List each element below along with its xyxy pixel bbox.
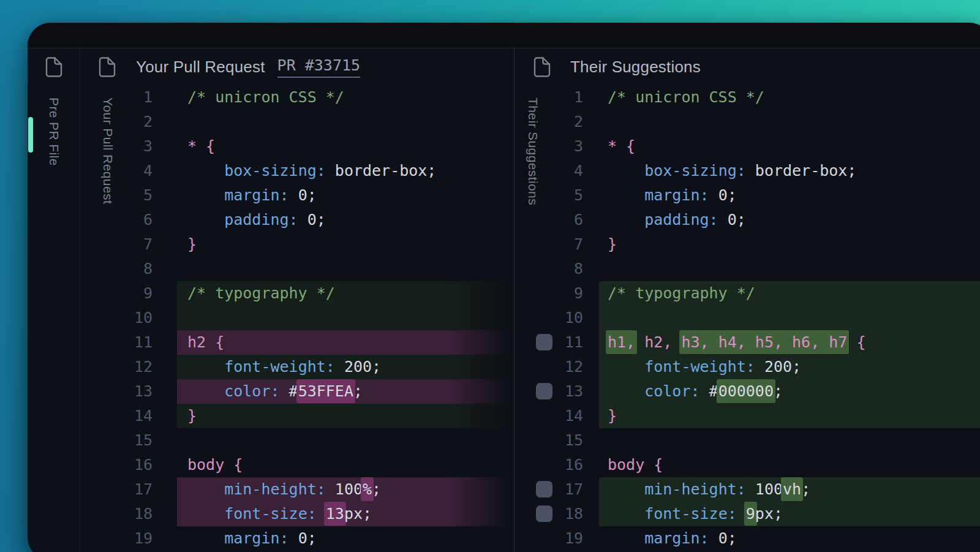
code-token: border-box; bbox=[335, 162, 437, 180]
panel-title: Their Suggestions bbox=[570, 58, 701, 77]
diff-word-highlight: 53FFEA bbox=[296, 379, 355, 403]
suggestion-checkbox[interactable] bbox=[536, 334, 552, 350]
code-line: body { bbox=[177, 453, 514, 477]
code-row: 8 bbox=[514, 257, 980, 281]
code-token: 0; bbox=[728, 211, 746, 229]
code-token bbox=[298, 211, 307, 229]
code-token bbox=[608, 529, 644, 547]
code-token: 0; bbox=[298, 186, 317, 204]
code-token: } bbox=[608, 407, 617, 425]
code-token: /* typography */ bbox=[187, 284, 335, 302]
code-line: h2 { bbox=[177, 330, 514, 355]
code-token bbox=[187, 162, 224, 180]
line-number: 9 bbox=[80, 281, 153, 306]
code-token: padding: bbox=[644, 211, 718, 229]
code-token: px; bbox=[755, 505, 783, 523]
line-number: 5 bbox=[80, 183, 153, 208]
checkbox-slot bbox=[514, 330, 559, 355]
code-line: } bbox=[599, 232, 980, 257]
code-token: ; bbox=[774, 382, 783, 400]
checkbox-slot bbox=[514, 526, 559, 551]
code-line: } bbox=[177, 404, 514, 428]
line-number: 4 bbox=[559, 159, 583, 183]
diff-word-highlight: 13 bbox=[324, 502, 346, 526]
code-token: 0; bbox=[298, 529, 317, 547]
active-panel-indicator bbox=[28, 117, 33, 153]
code-token bbox=[608, 480, 644, 498]
code-row: 3* { bbox=[80, 134, 514, 159]
collapsed-panel-pre-pr-file[interactable]: Pre PR File bbox=[28, 48, 80, 552]
code-line: } bbox=[177, 232, 514, 257]
code-line bbox=[599, 257, 980, 281]
code-row: 3* { bbox=[514, 134, 980, 159]
code-token: } bbox=[187, 407, 197, 425]
collapsed-panel-label[interactable]: Pre PR File bbox=[47, 97, 61, 166]
code-row: 14} bbox=[80, 404, 514, 428]
line-number: 6 bbox=[80, 208, 153, 232]
code-token: h2, bbox=[644, 333, 672, 351]
line-number: 15 bbox=[80, 428, 153, 453]
code-row: 13 color: #53FFEA; bbox=[80, 379, 514, 404]
panel-header: Their Suggestions bbox=[514, 48, 980, 85]
checkbox-slot bbox=[514, 281, 559, 306]
code-line: /* unicron CSS */ bbox=[599, 85, 980, 110]
code-line: padding: 0; bbox=[177, 208, 514, 232]
code-row: 4 box-sizing: border-box; bbox=[80, 159, 514, 183]
code-token: * { bbox=[187, 137, 215, 155]
line-number: 12 bbox=[559, 355, 583, 379]
code-line: margin: 0; bbox=[599, 183, 980, 208]
code-row: 2 bbox=[514, 110, 980, 134]
code-token bbox=[187, 382, 224, 400]
code-row: 9/* typography */ bbox=[80, 281, 514, 306]
line-number: 6 bbox=[559, 208, 583, 232]
code-token bbox=[289, 186, 298, 204]
code-token: ; bbox=[801, 480, 810, 498]
code-line: padding: 0; bbox=[599, 208, 980, 232]
line-number: 11 bbox=[80, 330, 153, 355]
line-number: 2 bbox=[559, 110, 583, 134]
code-token: border-box; bbox=[755, 162, 857, 180]
code-token: font-weight: bbox=[644, 358, 755, 376]
code-token: ; bbox=[372, 480, 381, 498]
code-token: body { bbox=[608, 456, 663, 474]
suggestion-checkbox[interactable] bbox=[536, 505, 552, 522]
code-row: 5 margin: 0; bbox=[80, 183, 514, 208]
code-line: box-sizing: border-box; bbox=[599, 159, 980, 183]
code-token: 0; bbox=[718, 529, 737, 547]
code-token bbox=[746, 162, 755, 180]
checkbox-slot bbox=[514, 85, 559, 110]
checkbox-slot bbox=[514, 453, 559, 477]
line-number: 18 bbox=[80, 502, 153, 526]
code-token: margin: bbox=[644, 529, 709, 547]
checkbox-slot bbox=[514, 477, 559, 502]
code-row: 19 margin: 0; bbox=[80, 526, 514, 551]
code-row: 17 min-height: 100%; bbox=[80, 477, 514, 502]
code-row: 4 box-sizing: border-box; bbox=[514, 159, 980, 183]
code-token bbox=[326, 480, 335, 498]
suggestion-checkbox[interactable] bbox=[536, 481, 552, 497]
suggestion-checkbox[interactable] bbox=[536, 383, 552, 399]
code-line bbox=[177, 257, 514, 281]
code-line: font-size: 9px; bbox=[599, 502, 980, 526]
code-token bbox=[755, 358, 764, 376]
code-token bbox=[608, 505, 644, 523]
checkbox-slot bbox=[514, 502, 559, 526]
code-row: 1/* unicron CSS */ bbox=[80, 85, 514, 110]
code-token: box-sizing: bbox=[224, 162, 326, 180]
code-token: margin: bbox=[224, 529, 288, 547]
line-number: 15 bbox=[559, 428, 583, 453]
line-number: 10 bbox=[559, 306, 583, 330]
code-row: 19 margin: 0; bbox=[514, 526, 980, 551]
pr-number-link[interactable]: PR #33715 bbox=[277, 56, 360, 78]
code-row: 15 bbox=[80, 428, 514, 453]
code-row: 11h1, h2, h3, h4, h5, h6, h7 { bbox=[514, 330, 980, 355]
code-line bbox=[177, 428, 514, 453]
code-line: min-height: 100vh; bbox=[599, 477, 980, 502]
code-line: h1, h2, h3, h4, h5, h6, h7 { bbox=[599, 330, 980, 355]
code-token bbox=[700, 382, 709, 400]
code-token: font-size: bbox=[644, 505, 737, 523]
code-token bbox=[326, 162, 335, 180]
code-token bbox=[608, 162, 644, 180]
code-token: 100 bbox=[335, 480, 363, 498]
file-icon bbox=[45, 57, 62, 77]
